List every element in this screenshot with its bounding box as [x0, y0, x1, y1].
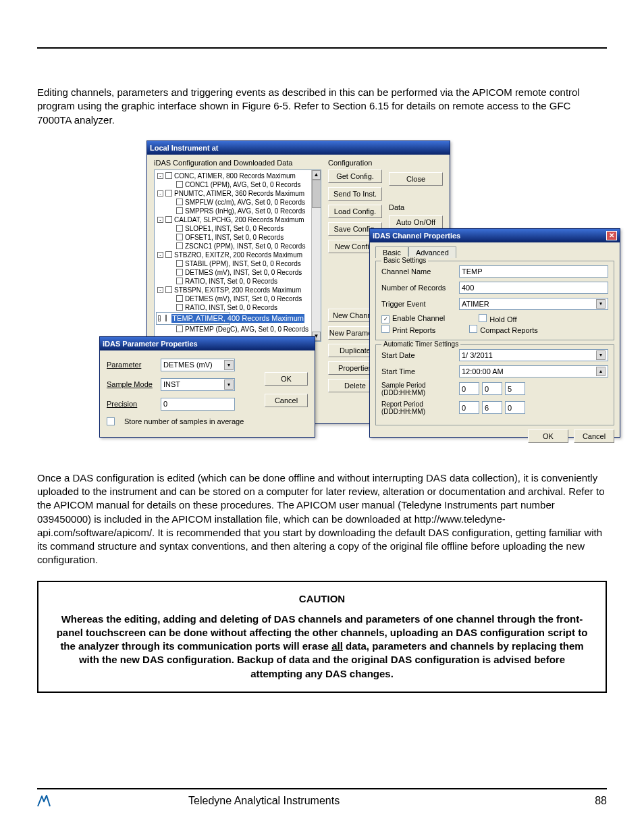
send-to-inst-button[interactable]: Send To Inst. [328, 187, 382, 201]
tree-item[interactable]: -STBSPN, EXITSP, 200 Records Maximum [156, 286, 319, 294]
tree-checkbox[interactable] [165, 172, 172, 179]
tree-checkbox[interactable] [176, 199, 183, 205]
parameter-select[interactable]: DETMES (mV) ▾ [161, 359, 235, 371]
tree-checkbox[interactable] [176, 242, 183, 249]
tree-checkbox[interactable] [165, 190, 172, 197]
titlebar-channel-properties: iDAS Channel Properties ✕ [370, 229, 620, 242]
tree-item[interactable]: -TEMP, ATIMER, 400 Records Maximum [156, 312, 230, 325]
tree-item[interactable]: ZSCNC1 (PPM), INST, Set 0, 0 Records [156, 242, 319, 251]
chevron-down-icon: ▾ [596, 299, 606, 309]
num-records-value: 400 [462, 284, 474, 292]
compact-reports-checkbox[interactable] [469, 325, 477, 333]
report-period-m[interactable]: 0 [505, 401, 525, 414]
precision-input[interactable]: 0 [161, 398, 235, 411]
tree-expand-icon[interactable]: - [157, 287, 163, 293]
tree-item[interactable]: DETMES (mV), INST, Set 0, 0 Records [156, 268, 319, 277]
tree-item-text: ZSCNC1 (PPM), INST, Set 0, 0 Records [185, 242, 305, 251]
tree-item-text: SMPPRS (InHg), AVG, Set 0, 0 Records [185, 207, 305, 215]
param-ok-button[interactable]: OK [265, 372, 308, 386]
tree-expand-icon[interactable]: - [158, 315, 161, 321]
tree-checkbox[interactable] [176, 325, 183, 332]
tree-checkbox[interactable] [165, 286, 172, 293]
tree-item[interactable]: STABIL (PPM), INST, Set 0, 0 Records [156, 259, 319, 268]
tree-scrollbar[interactable]: ▲ ▼ [311, 170, 321, 341]
tree-item-text: DETMES (mV), INST, Set 0, 0 Records [185, 294, 302, 303]
tree-item[interactable]: SMPFLW (cc/m), AVG, Set 0, 0 Records [156, 198, 319, 207]
tree-item[interactable]: -PNUMTC, ATIMER, 360 Records Maximum [156, 189, 319, 198]
tree-item[interactable]: SLOPE1, INST, Set 0, 0 Records [156, 224, 319, 233]
start-time-input[interactable]: 12:00:00 AM ▴ [459, 365, 608, 377]
auto-onoff-button[interactable]: Auto On/Off [389, 215, 443, 229]
tree-checkbox[interactable] [176, 225, 183, 232]
get-config-button[interactable]: Get Config. [328, 170, 382, 183]
tree-item-text: PNUMTC, ATIMER, 360 Records Maximum [174, 189, 304, 198]
tree-item[interactable]: DETMES (mV), INST, Set 0, 0 Records [156, 294, 319, 303]
scroll-up-button[interactable]: ▲ [312, 170, 321, 180]
precision-label: Precision [107, 400, 154, 408]
sample-period-h[interactable]: 0 [482, 382, 502, 395]
hold-off-checkbox[interactable] [479, 314, 487, 322]
tree-checkbox[interactable] [176, 269, 183, 276]
tree-checkbox[interactable] [176, 304, 183, 311]
tree-checkbox[interactable] [176, 278, 183, 284]
sample-mode-select[interactable]: INST ▾ [161, 378, 235, 391]
tree-checkbox[interactable] [176, 207, 183, 214]
tree-item[interactable]: SMPPRS (InHg), AVG, Set 0, 0 Records [156, 207, 319, 215]
param-cancel-button[interactable]: Cancel [265, 394, 308, 407]
tree-item[interactable]: OFSET1, INST, Set 0, 0 Records [156, 233, 319, 242]
trigger-event-value: ATIMER [462, 300, 489, 308]
report-period-d[interactable]: 0 [459, 401, 479, 414]
load-config-button[interactable]: Load Config. [328, 205, 382, 218]
tree-item[interactable]: RATIO, INST, Set 0, 0 Records [156, 277, 319, 286]
tree-expand-icon[interactable]: - [157, 252, 163, 258]
chan-ok-button[interactable]: OK [528, 429, 568, 443]
tree-item-text: TEMP, ATIMER, 400 Records Maximum [171, 314, 304, 323]
tree-item[interactable]: CONC1 (PPM), AVG, Set 0, 0 Records [156, 180, 319, 189]
num-records-input[interactable]: 400 [459, 282, 608, 294]
close-button[interactable]: Close [389, 172, 443, 186]
channel-name-input[interactable]: TEMP [459, 265, 608, 278]
paragraph-2: Once a DAS configuration is edited (whic… [37, 471, 607, 567]
tree-item[interactable]: -CONC, ATIMER, 800 Records Maximum [156, 172, 319, 180]
tree-item-text: CONC1 (PPM), AVG, Set 0, 0 Records [185, 180, 301, 189]
tree-checkbox[interactable] [165, 251, 172, 258]
tree-expand-icon[interactable]: - [157, 190, 163, 197]
sample-mode-value: INST [163, 380, 180, 388]
channel-name-value: TEMP [462, 267, 483, 276]
tree-item[interactable]: -CALDAT, SLPCHG, 200 Records Maximum [156, 215, 319, 224]
teledyne-logo-icon [37, 795, 51, 807]
chan-cancel-button[interactable]: Cancel [574, 429, 614, 443]
tree-item[interactable]: -STBZRO, EXITZR, 200 Records Maximum [156, 251, 319, 259]
print-reports-checkbox[interactable] [381, 325, 390, 333]
tree-checkbox[interactable] [165, 315, 167, 321]
tree-item-text: STABIL (PPM), INST, Set 0, 0 Records [185, 259, 301, 268]
trigger-event-select[interactable]: ATIMER ▾ [459, 298, 608, 310]
store-samples-checkbox[interactable] [107, 417, 115, 425]
das-tree[interactable]: -CONC, ATIMER, 800 Records MaximumCONC1 … [154, 170, 321, 342]
enable-channel-label: Enable Channel [392, 314, 445, 322]
tree-item[interactable]: RATIO, INST, Set 0, 0 Records [156, 303, 319, 312]
configuration-caption: Configuration [328, 159, 382, 167]
tree-expand-icon[interactable]: - [157, 173, 163, 179]
sample-period-m[interactable]: 5 [505, 382, 525, 395]
tree-item-text: STBSPN, EXITSP, 200 Records Maximum [174, 286, 301, 294]
start-date-input[interactable]: 1/ 3/2011 ▾ [459, 349, 608, 361]
tree-checkbox[interactable] [176, 260, 183, 267]
tree-checkbox[interactable] [176, 181, 183, 188]
enable-channel-checkbox[interactable]: ✓ [381, 315, 390, 323]
spinner-icon: ▴ [596, 367, 606, 376]
tree-expand-icon[interactable]: - [157, 217, 163, 223]
tree-item[interactable]: PMTEMP (DegC), AVG, Set 0, 0 Records [156, 325, 319, 334]
close-icon[interactable]: ✕ [606, 231, 617, 240]
tree-checkbox[interactable] [176, 234, 183, 240]
tree-item-text: CONC, ATIMER, 800 Records Maximum [174, 172, 296, 180]
tree-checkbox[interactable] [176, 295, 183, 302]
sample-period-d[interactable]: 0 [459, 382, 479, 395]
paragraph-1: Editing channels, parameters and trigger… [37, 86, 607, 127]
tree-checkbox[interactable] [165, 216, 172, 223]
scroll-thumb[interactable] [312, 180, 321, 332]
store-samples-label: Store number of samples in average [124, 417, 244, 425]
report-period-h[interactable]: 6 [482, 401, 502, 414]
tree-item-text: OFSET1, INST, Set 0, 0 Records [185, 233, 284, 242]
start-date-value: 1/ 3/2011 [462, 351, 493, 359]
